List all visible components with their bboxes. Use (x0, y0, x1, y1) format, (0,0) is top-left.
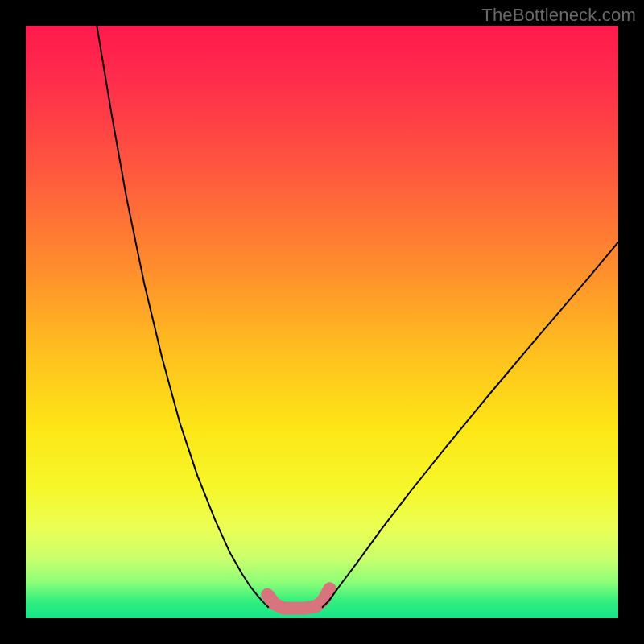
plot-svg (26, 26, 618, 618)
chart-container: TheBottleneck.com (0, 0, 644, 644)
plot-area (26, 26, 618, 618)
watermark-text: TheBottleneck.com (481, 5, 636, 26)
plot-background (26, 26, 618, 618)
